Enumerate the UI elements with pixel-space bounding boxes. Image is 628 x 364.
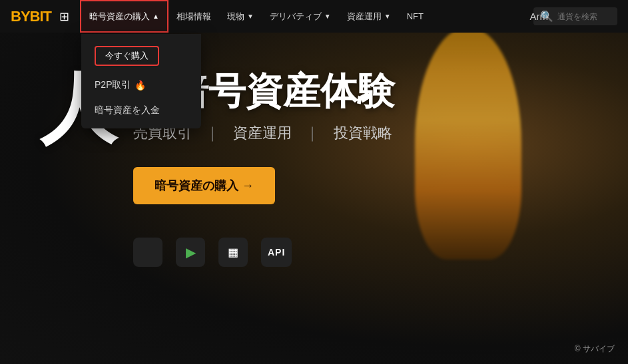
nav-item-market-label: 相場情報	[176, 11, 211, 23]
apple-app-icon[interactable]	[133, 238, 162, 267]
dropdown-item-deposit[interactable]: 暗号資産を入金	[81, 98, 201, 123]
qr-code-icon[interactable]: ▦	[218, 238, 248, 267]
api-button[interactable]: API	[261, 238, 292, 267]
buy-crypto-dropdown: 今すぐ購入 P2P取引 🔥 暗号資産を入金	[81, 34, 201, 128]
copyright-label: © サバイブ	[575, 344, 615, 353]
subtitle-sep1: ｜	[205, 124, 220, 141]
chevron-down-icon: ▲	[153, 13, 159, 20]
subtitle-part2: 資産運用	[233, 124, 292, 141]
nav-item-derivatives[interactable]: デリバティブ ▼	[262, 0, 339, 33]
cta-buy-button[interactable]: 暗号資産の購入 →	[133, 167, 275, 204]
dropdown-item-buy-now[interactable]: 今すぐ購入	[81, 39, 201, 73]
nav-item-nft[interactable]: NFT	[399, 0, 432, 33]
qr-icon: ▦	[228, 244, 237, 260]
play-icon: ▶	[186, 244, 196, 260]
google-play-icon[interactable]: ▶	[176, 238, 205, 267]
subtitle-sep2: ｜	[305, 124, 320, 141]
fire-icon: 🔥	[135, 80, 146, 91]
earn-chevron-icon: ▼	[384, 13, 391, 20]
nav-item-spot[interactable]: 現物 ▼	[219, 0, 262, 33]
nav-item-spot-label: 現物	[227, 11, 244, 23]
search-input[interactable]	[557, 12, 611, 21]
nav-item-derivatives-label: デリバティブ	[270, 11, 322, 23]
copyright-text: © サバイブ	[575, 343, 615, 355]
app-icons-row: ▶ ▦ API	[133, 238, 395, 267]
grid-icon[interactable]: ⊞	[59, 9, 69, 24]
logo-accent: IT	[39, 8, 51, 25]
nav-item-buy-crypto[interactable]: 暗号資産の購入 ▲ 今すぐ購入 P2P取引 🔥 暗号資産を入金	[80, 0, 168, 33]
logo-text: BYB	[11, 8, 39, 25]
navbar: BYBIT ⊞ 暗号資産の購入 ▲ 今すぐ購入 P2P取引 🔥 暗号資産を入金 …	[0, 0, 628, 33]
dropdown-item-p2p[interactable]: P2P取引 🔥	[81, 73, 201, 98]
nav-item-earn-label: 資産運用	[347, 11, 382, 23]
deposit-label: 暗号資産を入金	[95, 104, 160, 116]
spot-chevron-icon: ▼	[247, 13, 254, 20]
cta-label: 暗号資産の購入 →	[155, 179, 254, 192]
subtitle-part3: 投資戦略	[334, 124, 392, 141]
brand-logo[interactable]: BYBIT	[11, 8, 51, 25]
gold-glow-decoration	[415, 27, 521, 260]
derivatives-chevron-icon: ▼	[324, 13, 331, 20]
api-label: API	[268, 247, 285, 258]
arm-label: Arm	[530, 11, 549, 22]
nav-item-buy-crypto-label: 暗号資産の購入	[89, 11, 150, 23]
arm-text: Arm	[530, 0, 549, 33]
nav-item-market[interactable]: 相場情報	[168, 0, 219, 33]
buy-now-label: 今すぐ購入	[95, 46, 159, 66]
p2p-label: P2P取引	[95, 79, 131, 91]
nav-item-earn[interactable]: 資産運用 ▼	[339, 0, 399, 33]
nav-item-nft-label: NFT	[407, 11, 424, 21]
